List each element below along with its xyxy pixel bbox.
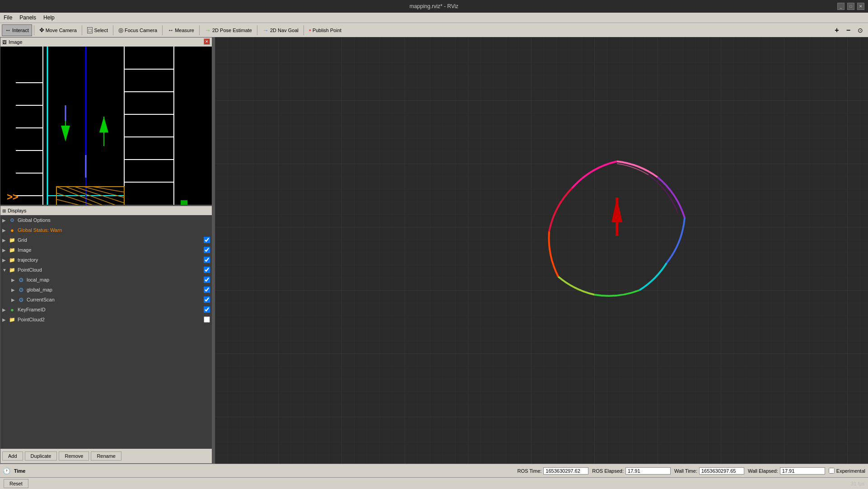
remove-button[interactable]: Remove	[59, 451, 89, 461]
pose-icon: →	[205, 27, 211, 34]
displays-list: ▶ ⚙ Global Options ▶ ● Global Status: Wa…	[0, 215, 212, 449]
experimental-checkbox[interactable]	[829, 468, 835, 474]
display-item-trajectory[interactable]: ▶ 📁 trajectory	[0, 255, 212, 265]
tool-measure-label: Measure	[175, 28, 194, 33]
toolbar-separator-3	[113, 25, 113, 35]
expand-icon: ▶	[2, 238, 9, 243]
image-panel-title: Image	[9, 39, 23, 45]
display-item-grid[interactable]: ▶ 📁 Grid	[0, 235, 212, 245]
global-status-icon: ●	[9, 226, 16, 234]
keyframeid-checkbox[interactable]	[204, 306, 210, 313]
toolbar-separator-7	[303, 25, 304, 35]
tool-nav-label: 2D Nav Goal	[270, 28, 299, 33]
tool-2d-nav[interactable]: → 2D Nav Goal	[259, 24, 302, 36]
display-item-pointcloud[interactable]: ▼ 📁 PointCloud	[0, 265, 212, 275]
add-button[interactable]: Add	[2, 451, 23, 461]
grid-label: Grid	[18, 237, 202, 243]
displays-title: Displays	[8, 208, 27, 213]
display-item-global-status[interactable]: ▶ ● Global Status: Warn	[0, 225, 212, 235]
zoom-reset-button[interactable]: ⊙	[854, 24, 866, 36]
time-title: Time	[14, 468, 25, 474]
global-map-checkbox[interactable]	[204, 287, 210, 293]
grid-checkbox[interactable]	[204, 237, 210, 243]
menu-help[interactable]: Help	[40, 13, 58, 23]
display-item-global-options[interactable]: ▶ ⚙ Global Options	[0, 215, 212, 225]
pointcloud-label: PointCloud	[18, 267, 202, 273]
image-panel-header: 🖼 Image ✕	[0, 38, 212, 47]
clock-icon: 🕐	[3, 467, 10, 475]
window-controls: _ □ ✕	[837, 3, 864, 10]
tool-move-camera[interactable]: ✥ Move Camera	[36, 24, 80, 36]
tool-focus-camera[interactable]: ◎ Focus Camera	[115, 24, 160, 36]
global-map-label: global_map	[27, 287, 202, 292]
display-item-global-map[interactable]: ▶ ⚙ global_map	[0, 285, 212, 295]
toolbar-separator-4	[162, 25, 163, 35]
display-item-image[interactable]: ▶ 📁 Image	[0, 245, 212, 255]
image-checkbox[interactable]	[204, 247, 210, 253]
tool-select-label: Select	[94, 28, 108, 33]
toolbar: ↔ Interact ✥ Move Camera □ Select ◎ Focu…	[0, 23, 868, 37]
zoom-in-button[interactable]: +	[831, 24, 842, 36]
wall-time-label: Wall Time:	[674, 468, 697, 474]
interact-icon: ↔	[5, 27, 11, 33]
ros-time-label: ROS Time:	[518, 468, 542, 474]
status-bar: Reset 31 fps	[0, 477, 868, 489]
expand-icon: ▶	[2, 307, 9, 312]
zoom-out-icon: −	[846, 26, 850, 34]
menu-panels[interactable]: Panels	[16, 13, 40, 23]
image-label: Image	[18, 247, 202, 253]
svg-rect-40	[215, 37, 868, 464]
rename-button[interactable]: Rename	[91, 451, 121, 461]
move-icon: ✥	[39, 27, 44, 33]
grid-icon: 📁	[9, 236, 16, 244]
3d-view[interactable]	[215, 37, 868, 464]
tool-focus-label: Focus Camera	[125, 28, 157, 33]
ros-elapsed-label: ROS Elapsed:	[592, 468, 624, 474]
menu-file[interactable]: File	[0, 13, 16, 23]
main-content: 🖼 Image ✕	[0, 37, 868, 464]
trajectory-checkbox[interactable]	[204, 257, 210, 263]
tool-publish-point[interactable]: • Publish Point	[306, 24, 345, 36]
display-item-local-map[interactable]: ▶ ⚙ local_map	[0, 275, 212, 285]
tool-2d-pose[interactable]: → 2D Pose Estimate	[201, 24, 255, 36]
minimize-button[interactable]: _	[837, 3, 845, 10]
tool-interact[interactable]: ↔ Interact	[2, 24, 32, 36]
display-item-keyframeid[interactable]: ▶ ● KeyFrameID	[0, 305, 212, 315]
currentscan-checkbox[interactable]	[204, 296, 210, 303]
reset-button[interactable]: Reset	[4, 479, 28, 488]
image-icon: 📁	[9, 246, 16, 254]
pointcloud2-label: PointCloud2	[18, 317, 202, 322]
pointcloud-checkbox[interactable]	[204, 267, 210, 273]
tool-measure[interactable]: ↔ Measure	[164, 24, 197, 36]
trajectory-label: trajectory	[18, 257, 202, 263]
local-map-icon: ⚙	[18, 276, 25, 283]
experimental-label: Experimental	[836, 468, 865, 474]
display-item-pointcloud2[interactable]: ▶ 📁 PointCloud2	[0, 315, 212, 324]
ros-time-value: 1653630297.62	[543, 467, 588, 475]
tool-interact-label: Interact	[12, 28, 29, 33]
display-item-currentscan[interactable]: ▶ ⚙ CurrentScan	[0, 295, 212, 305]
image-panel-icon: 🖼	[2, 40, 7, 45]
local-map-checkbox[interactable]	[204, 277, 210, 283]
keyframeid-label: KeyFrameID	[18, 307, 202, 312]
maximize-button[interactable]: □	[847, 3, 854, 10]
toolbar-separator-1	[34, 25, 34, 35]
image-panel: 🖼 Image ✕	[0, 37, 212, 204]
displays-icon: ⊞	[2, 208, 6, 213]
duplicate-button[interactable]: Duplicate	[25, 451, 57, 461]
select-icon: □	[87, 27, 93, 33]
measure-icon: ↔	[168, 27, 173, 33]
tool-move-label: Move Camera	[46, 28, 77, 33]
expand-icon: ▼	[2, 268, 9, 273]
image-panel-close[interactable]: ✕	[204, 38, 210, 45]
tool-select[interactable]: □ Select	[84, 24, 111, 36]
toolbar-separator-2	[82, 25, 82, 35]
local-map-label: local_map	[27, 277, 202, 282]
close-button[interactable]: ✕	[857, 3, 864, 10]
displays-header: ⊞ Displays	[0, 206, 212, 215]
zoom-reset-icon: ⊙	[858, 27, 863, 34]
image-canvas: >>	[0, 47, 212, 205]
zoom-out-button[interactable]: −	[843, 24, 854, 36]
wall-elapsed-label: Wall Elapsed:	[748, 468, 778, 474]
pointcloud2-checkbox[interactable]	[204, 316, 210, 323]
